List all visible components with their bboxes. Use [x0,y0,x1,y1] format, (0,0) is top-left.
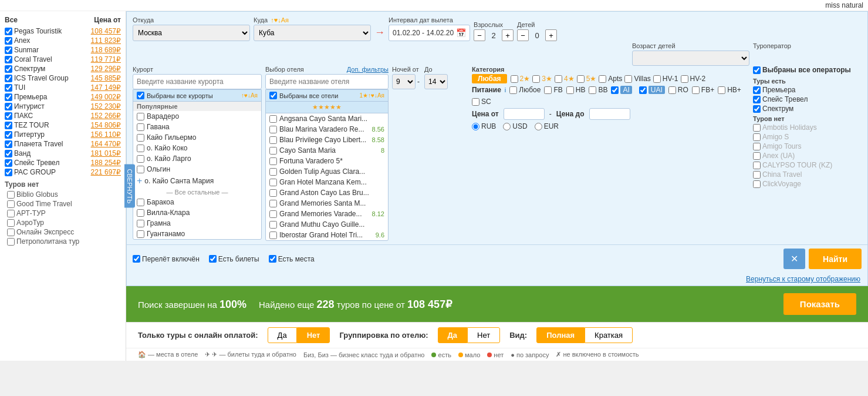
hotel-item[interactable]: Angsana Cayo Santa Mari... [266,113,388,124]
resort-other-item[interactable]: Баракоа [133,197,261,207]
food-hb[interactable]: HB [566,86,586,94]
adults-plus[interactable]: + [502,29,514,41]
seats-check[interactable]: Есть места [269,255,315,263]
sidebar-op-check[interactable]: Anex [5,36,30,45]
resort-item[interactable]: Кайо Гильермо [133,132,261,143]
sidebar-op-check[interactable]: TEZ TOUR [5,121,49,129]
flight-check[interactable]: Перелёт включён [133,255,200,263]
nights-to-select[interactable]: 1410111213 [424,74,448,89]
food-uai[interactable]: UAI [639,86,665,94]
sidebar-op-check[interactable]: Ванд [5,149,31,157]
resort-item[interactable]: Варадеро [133,111,261,122]
sidebar-op-check[interactable]: Спектрум [5,65,45,73]
show-button[interactable]: Показать [783,293,856,315]
sidebar-op-check[interactable]: TUI [5,83,25,92]
sidebar-op-check[interactable]: Премьера [5,93,48,101]
hotel-item[interactable]: Grand Muthu Cayo Guille... [266,219,388,230]
cat-hv2[interactable]: HV-2 [681,75,706,83]
resort-input[interactable] [133,74,262,89]
sidebar-op-check[interactable]: PAC GROUP [5,168,56,176]
food-hbplus[interactable]: HB+ [718,86,741,94]
view-full-btn[interactable]: Полная [536,327,585,343]
price-from-input[interactable] [504,108,545,120]
from-group: Откуда Москва [133,16,250,41]
cat-5star[interactable]: 5★ [577,75,597,83]
group-yes-btn[interactable]: Да [438,327,468,343]
hotel-item[interactable]: Blau Privilege Cayo Libert...8.58 [266,135,388,145]
cat-hv1[interactable]: HV-1 [653,75,678,83]
children-box: − 0 + [517,29,557,41]
nights-from-select[interactable]: 9781011121314 [392,74,416,89]
clear-button[interactable]: ✕ [783,249,805,269]
cat-4star[interactable]: 4★ [555,75,575,83]
sidebar-toggle[interactable]: СВЕРНУТЬ [124,164,135,208]
view-short-btn[interactable]: Краткая [585,327,633,343]
cat-3star[interactable]: 3★ [532,75,552,83]
resort-item[interactable]: о. Кайо Ларго [133,153,261,164]
dates-box[interactable]: 01.02.20 - 14.02.20 📅 [389,25,470,41]
hotel-filters-link[interactable]: Доп. фильтры [347,66,389,73]
sidebar-op-check[interactable]: Coral Travel [5,55,52,63]
food-ai[interactable]: AI [611,86,631,94]
hotel-item[interactable]: Iberostar Grand Hotel Tri...9.6 [266,230,388,240]
hotel-item[interactable]: Gran Hotel Manzana Kem... [266,177,388,187]
hotel-item[interactable]: Blau Marina Varadero Re...8.56 [266,124,388,135]
cat-villas[interactable]: Villas [624,75,650,83]
food-any[interactable]: Любое [509,86,541,94]
children-age-select[interactable] [632,51,749,66]
food-info-icon[interactable]: i [505,86,506,93]
group-no-btn[interactable]: Нет [467,327,500,343]
find-button[interactable]: Найти [809,249,862,269]
sidebar-op-check[interactable]: Интурист [5,102,45,110]
currency-rub[interactable]: RUB [472,122,496,130]
resort-add-icon[interactable]: + [137,176,142,186]
sidebar-op-check[interactable]: ПАКС [5,112,33,120]
resort-item[interactable]: Гавана [133,122,261,132]
hotel-item[interactable]: Grand Memories Varade...8.12 [266,209,388,219]
hotel-input[interactable] [265,74,389,89]
price-to-input[interactable] [589,108,630,120]
food-ro[interactable]: RO [668,86,688,94]
resort-other-item[interactable]: Гуантанамо [133,229,261,239]
sidebar-op-check[interactable]: ICS Travel Group [5,74,69,82]
hotel-item[interactable]: Grand Aston Cayo Las Bru... [266,187,388,198]
resort-other-item[interactable]: Вилла-Клара [133,207,261,218]
operator-all-checkbox[interactable] [753,66,761,74]
hotel-item[interactable]: Golden Tulip Aguas Clara... [266,166,388,177]
currency-eur[interactable]: EUR [535,122,559,130]
filter-col: Категория Любая 2★ 3★ 4★ 5★ Apts Villas … [472,66,749,130]
children-label: Детей [517,21,557,28]
resort-item[interactable]: Ольгин [133,164,261,174]
hotel-all-checkbox[interactable] [269,92,277,99]
food-fb[interactable]: FB [544,86,562,94]
tickets-check[interactable]: Есть билеты [209,255,259,263]
food-fbplus[interactable]: FB+ [692,86,714,94]
resort-other-item[interactable]: Грамна [133,218,261,229]
sidebar-op-check[interactable]: Sunmar [5,46,39,54]
hotel-item[interactable]: Fortuna Varadero 5* [266,156,388,166]
children-plus[interactable]: + [545,29,557,41]
to-select[interactable]: Куба [254,25,371,41]
food-bb[interactable]: BB [589,86,607,94]
resort-item[interactable]: о. Кайо Коко [133,143,261,153]
return-link[interactable]: Вернуться к старому отображению [127,273,867,286]
online-no-btn[interactable]: Нет [297,327,330,343]
hotel-item[interactable]: Cayo Santa Maria8 [266,145,388,156]
children-minus[interactable]: − [517,29,529,41]
food-sc[interactable]: SC [472,98,491,106]
hotel-col: Выбор отеля Доп. фильтры Выбраны все оте… [265,66,389,241]
sidebar-op-check[interactable]: Спейс Тревел [5,159,59,167]
online-yes-btn[interactable]: Да [268,327,297,343]
cat-2star[interactable]: 2★ [511,75,531,83]
hotel-item[interactable]: Grand Memories Santa M... [266,198,388,209]
results-bar: Поиск завершен на 100% Найдено еще 228 т… [126,286,868,322]
adults-minus[interactable]: − [474,29,485,41]
resort-all-checkbox[interactable] [137,92,144,99]
cat-apts[interactable]: Apts [599,75,622,83]
category-any-btn[interactable]: Любая [472,74,507,83]
currency-usd[interactable]: USD [503,122,527,130]
from-select[interactable]: Москва [133,25,250,41]
sidebar-op-check[interactable]: Pegas Touristik [5,27,62,35]
sidebar-op-check[interactable]: Планета Travel [5,140,63,148]
sidebar-op-check[interactable]: Питертур [5,130,45,139]
